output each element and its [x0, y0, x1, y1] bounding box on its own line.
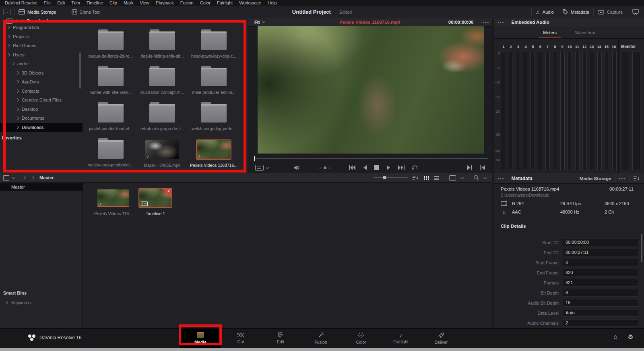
capture-button[interactable]: Capture	[594, 6, 627, 18]
tree-item[interactable]: Desktop	[0, 105, 83, 114]
playhead[interactable]	[254, 156, 255, 161]
sort-icon[interactable]	[634, 176, 640, 181]
chevron-down-icon[interactable]	[460, 175, 464, 179]
media-file-item[interactable]: retrato-de-grupo-de-fi...	[137, 99, 187, 135]
tree-item[interactable]: AppData	[0, 77, 83, 87]
video-preview-frame[interactable]	[258, 26, 484, 154]
go-to-end-button[interactable]	[398, 165, 405, 170]
expander-icon[interactable]	[7, 26, 10, 29]
page-tab-color[interactable]: Color	[341, 328, 381, 348]
media-file-item[interactable]: illustration-concept-m...	[137, 63, 187, 99]
tree-item[interactable]: Contacts	[0, 87, 83, 96]
field-value[interactable]: 0	[563, 259, 638, 266]
menu-item[interactable]: Trim	[68, 0, 83, 6]
page-tab-fairlight[interactable]: ♪ Fairlight	[381, 328, 421, 348]
smart-bin-keywords[interactable]: Keywords	[5, 300, 31, 305]
bin-clip-timeline-1[interactable]: ✓ Timeline 1	[139, 189, 171, 216]
expander-icon[interactable]	[7, 53, 10, 56]
menu-item[interactable]: Fairlight	[214, 0, 236, 6]
media-file-item[interactable]: dog-is-hiding-sofa-afr...	[137, 27, 187, 63]
tab-waveform[interactable]: Waveform	[575, 30, 595, 38]
expander-icon[interactable]	[16, 89, 19, 93]
expander-icon[interactable]	[7, 35, 10, 38]
bin-item-master[interactable]: Master	[0, 183, 83, 191]
panel-options-icon[interactable]: •••	[494, 20, 508, 25]
metadata-button[interactable]: Metadata	[558, 6, 593, 18]
sort-icon[interactable]	[413, 175, 419, 180]
tree-item[interactable]: 3D Objects	[0, 69, 83, 78]
forward-icon[interactable]	[21, 19, 24, 23]
tree-item[interactable]: Riot Games	[0, 41, 83, 50]
chevron-down-icon[interactable]	[12, 175, 15, 179]
stop-button[interactable]	[374, 165, 379, 170]
field-value[interactable]: 2	[563, 319, 638, 327]
field-value[interactable]: 820	[563, 269, 638, 276]
menu-item[interactable]: Color	[197, 0, 214, 6]
expander-icon[interactable]	[16, 98, 19, 102]
page-tab-deliver[interactable]: Deliver	[421, 328, 461, 348]
chevron-down-icon[interactable]	[483, 175, 487, 179]
more-options-icon[interactable]: •••	[615, 176, 629, 181]
media-file-item[interactable]: male-producer-edit-vi...	[189, 63, 239, 99]
media-file-item[interactable]: hunter-with-rifle-walk...	[86, 63, 136, 99]
back-icon[interactable]	[15, 19, 19, 23]
panel-options-icon[interactable]: •••	[494, 176, 508, 181]
play-button[interactable]	[386, 165, 390, 170]
viewer-scrub-bar[interactable]	[254, 158, 488, 159]
grid-scrollbar[interactable]	[244, 79, 246, 139]
menu-item[interactable]: Help	[264, 0, 280, 6]
expander-icon[interactable]	[7, 44, 10, 47]
thumbnail-size-slider[interactable]	[374, 177, 408, 178]
tree-item[interactable]: Documents	[0, 114, 83, 123]
audio-button[interactable]: ♫ Audio	[532, 6, 558, 18]
page-tab-media[interactable]: Media	[180, 328, 221, 348]
last-frame-icon[interactable]	[467, 165, 472, 170]
expander-icon[interactable]	[16, 116, 19, 120]
expander-icon[interactable]	[16, 80, 19, 83]
go-to-start-button[interactable]	[349, 165, 356, 170]
clip-mode-button[interactable]	[248, 165, 268, 171]
tab-meters[interactable]: Meters	[543, 30, 557, 38]
expander-icon[interactable]	[16, 108, 19, 111]
field-value[interactable]: Auto	[563, 309, 638, 317]
jog-control[interactable]: ‹ ›	[319, 165, 330, 170]
media-file-item[interactable]: welsh-corgi-dog-perfo...	[189, 99, 239, 135]
media-file-item[interactable]: Pexels Videos 1168716...	[189, 135, 239, 172]
expander-icon[interactable]	[16, 126, 19, 129]
preview-mode-icon[interactable]	[449, 175, 456, 181]
menu-item[interactable]: Playback	[153, 0, 177, 6]
menu-item[interactable]: Clip	[106, 0, 120, 6]
menu-item[interactable]: Timeline	[83, 0, 106, 6]
metadata-scrollbar[interactable]	[641, 234, 642, 262]
field-value[interactable]: 821	[563, 279, 638, 287]
zoom-select[interactable]: Fit	[248, 20, 265, 25]
expander-icon[interactable]	[4, 301, 8, 304]
field-value[interactable]: 00:00:00:00	[563, 239, 638, 246]
tree-item[interactable]: Downloads	[0, 123, 83, 132]
bin-back-icon[interactable]	[24, 176, 27, 179]
menu-item[interactable]: Workspace	[236, 0, 264, 6]
field-value[interactable]: 00:00:27:11	[563, 249, 638, 256]
settings-gear-icon[interactable]: ⚙	[628, 333, 633, 341]
viewer-options-icon[interactable]: •••	[479, 20, 492, 25]
page-tab-fusion[interactable]: Fusion	[301, 328, 341, 348]
field-value[interactable]: 8	[563, 289, 638, 297]
tree-item[interactable]: ProgramData	[0, 23, 83, 32]
media-file-item[interactable]: buque-de-flores-2d-re...	[86, 27, 136, 63]
menu-item[interactable]: Mark	[120, 0, 136, 6]
menu-item[interactable]: View	[136, 0, 153, 6]
field-value[interactable]: 16	[563, 299, 638, 307]
grid-view-icon[interactable]	[424, 176, 429, 180]
menu-item[interactable]: DaVinci Resolve	[2, 0, 41, 6]
media-file-item[interactable]: head-paws-lazy-dog-c...	[189, 27, 239, 63]
home-icon[interactable]: ⌂	[613, 333, 617, 341]
tree-item[interactable]: Projects	[0, 32, 83, 42]
step-back-button[interactable]	[363, 165, 367, 170]
media-file-item[interactable]: Macro - 34855.mp4	[137, 135, 187, 172]
clone-tool-button[interactable]: Clone Tool	[68, 6, 105, 18]
media-storage-button[interactable]: Media Storage	[14, 6, 60, 18]
media-file-item[interactable]: pastel-poudre-fond-el...	[86, 99, 136, 135]
expander-icon[interactable]	[16, 71, 19, 75]
bin-forward-icon[interactable]	[31, 176, 34, 179]
page-tab-cut[interactable]: Cut	[221, 328, 261, 348]
